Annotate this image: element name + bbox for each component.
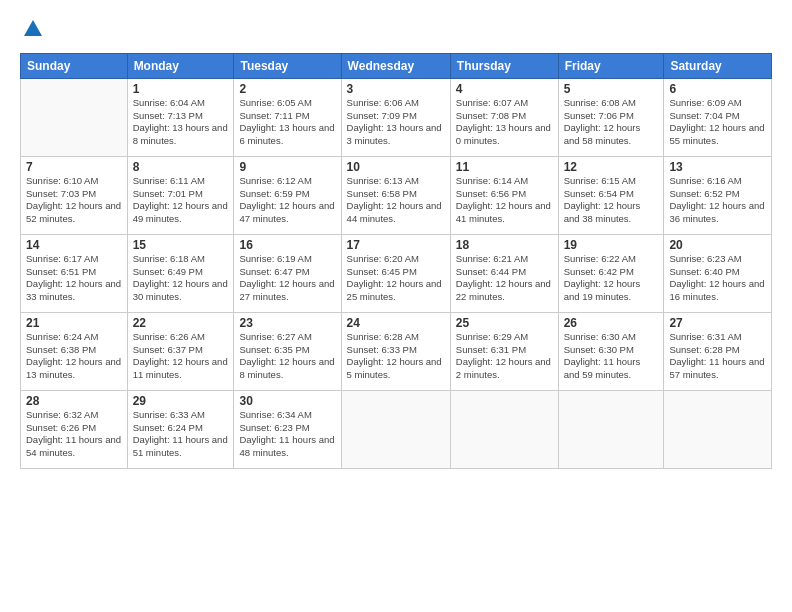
day-info: Sunrise: 6:30 AMSunset: 6:30 PMDaylight:… [564, 331, 659, 382]
calendar-cell: 24Sunrise: 6:28 AMSunset: 6:33 PMDayligh… [341, 312, 450, 390]
day-number: 9 [239, 160, 335, 174]
logo-icon [22, 18, 44, 40]
day-info: Sunrise: 6:24 AMSunset: 6:38 PMDaylight:… [26, 331, 122, 382]
calendar-cell: 23Sunrise: 6:27 AMSunset: 6:35 PMDayligh… [234, 312, 341, 390]
day-info: Sunrise: 6:09 AMSunset: 7:04 PMDaylight:… [669, 97, 766, 148]
day-number: 17 [347, 238, 445, 252]
calendar-cell: 9Sunrise: 6:12 AMSunset: 6:59 PMDaylight… [234, 156, 341, 234]
day-number: 23 [239, 316, 335, 330]
calendar-cell: 16Sunrise: 6:19 AMSunset: 6:47 PMDayligh… [234, 234, 341, 312]
day-number: 29 [133, 394, 229, 408]
day-info: Sunrise: 6:08 AMSunset: 7:06 PMDaylight:… [564, 97, 659, 148]
calendar-cell [664, 390, 772, 468]
day-number: 10 [347, 160, 445, 174]
day-info: Sunrise: 6:18 AMSunset: 6:49 PMDaylight:… [133, 253, 229, 304]
header [20, 18, 772, 45]
week-row-4: 21Sunrise: 6:24 AMSunset: 6:38 PMDayligh… [21, 312, 772, 390]
day-info: Sunrise: 6:14 AMSunset: 6:56 PMDaylight:… [456, 175, 553, 226]
calendar-cell: 29Sunrise: 6:33 AMSunset: 6:24 PMDayligh… [127, 390, 234, 468]
day-number: 13 [669, 160, 766, 174]
day-number: 15 [133, 238, 229, 252]
calendar-cell: 18Sunrise: 6:21 AMSunset: 6:44 PMDayligh… [450, 234, 558, 312]
calendar-cell: 13Sunrise: 6:16 AMSunset: 6:52 PMDayligh… [664, 156, 772, 234]
weekday-header-friday: Friday [558, 53, 664, 78]
week-row-3: 14Sunrise: 6:17 AMSunset: 6:51 PMDayligh… [21, 234, 772, 312]
week-row-1: 1Sunrise: 6:04 AMSunset: 7:13 PMDaylight… [21, 78, 772, 156]
calendar-cell: 28Sunrise: 6:32 AMSunset: 6:26 PMDayligh… [21, 390, 128, 468]
day-number: 8 [133, 160, 229, 174]
weekday-header-wednesday: Wednesday [341, 53, 450, 78]
day-info: Sunrise: 6:07 AMSunset: 7:08 PMDaylight:… [456, 97, 553, 148]
day-info: Sunrise: 6:34 AMSunset: 6:23 PMDaylight:… [239, 409, 335, 460]
day-info: Sunrise: 6:17 AMSunset: 6:51 PMDaylight:… [26, 253, 122, 304]
day-info: Sunrise: 6:19 AMSunset: 6:47 PMDaylight:… [239, 253, 335, 304]
day-info: Sunrise: 6:27 AMSunset: 6:35 PMDaylight:… [239, 331, 335, 382]
day-number: 16 [239, 238, 335, 252]
calendar-cell: 14Sunrise: 6:17 AMSunset: 6:51 PMDayligh… [21, 234, 128, 312]
day-number: 1 [133, 82, 229, 96]
weekday-header-tuesday: Tuesday [234, 53, 341, 78]
day-info: Sunrise: 6:11 AMSunset: 7:01 PMDaylight:… [133, 175, 229, 226]
day-number: 7 [26, 160, 122, 174]
day-number: 25 [456, 316, 553, 330]
day-info: Sunrise: 6:32 AMSunset: 6:26 PMDaylight:… [26, 409, 122, 460]
calendar-cell: 19Sunrise: 6:22 AMSunset: 6:42 PMDayligh… [558, 234, 664, 312]
calendar-cell: 30Sunrise: 6:34 AMSunset: 6:23 PMDayligh… [234, 390, 341, 468]
calendar-cell: 27Sunrise: 6:31 AMSunset: 6:28 PMDayligh… [664, 312, 772, 390]
day-info: Sunrise: 6:15 AMSunset: 6:54 PMDaylight:… [564, 175, 659, 226]
day-number: 11 [456, 160, 553, 174]
day-number: 26 [564, 316, 659, 330]
day-info: Sunrise: 6:12 AMSunset: 6:59 PMDaylight:… [239, 175, 335, 226]
weekday-header-sunday: Sunday [21, 53, 128, 78]
calendar-cell: 15Sunrise: 6:18 AMSunset: 6:49 PMDayligh… [127, 234, 234, 312]
logo [20, 18, 44, 45]
calendar-cell [558, 390, 664, 468]
day-number: 4 [456, 82, 553, 96]
day-info: Sunrise: 6:31 AMSunset: 6:28 PMDaylight:… [669, 331, 766, 382]
calendar: SundayMondayTuesdayWednesdayThursdayFrid… [20, 53, 772, 469]
day-number: 27 [669, 316, 766, 330]
calendar-cell [21, 78, 128, 156]
day-number: 3 [347, 82, 445, 96]
day-number: 24 [347, 316, 445, 330]
day-info: Sunrise: 6:10 AMSunset: 7:03 PMDaylight:… [26, 175, 122, 226]
calendar-cell: 10Sunrise: 6:13 AMSunset: 6:58 PMDayligh… [341, 156, 450, 234]
calendar-cell: 26Sunrise: 6:30 AMSunset: 6:30 PMDayligh… [558, 312, 664, 390]
page: SundayMondayTuesdayWednesdayThursdayFrid… [0, 0, 792, 612]
day-number: 14 [26, 238, 122, 252]
svg-marker-0 [24, 20, 42, 36]
day-info: Sunrise: 6:26 AMSunset: 6:37 PMDaylight:… [133, 331, 229, 382]
weekday-header-saturday: Saturday [664, 53, 772, 78]
day-number: 6 [669, 82, 766, 96]
calendar-cell: 21Sunrise: 6:24 AMSunset: 6:38 PMDayligh… [21, 312, 128, 390]
day-info: Sunrise: 6:22 AMSunset: 6:42 PMDaylight:… [564, 253, 659, 304]
day-info: Sunrise: 6:16 AMSunset: 6:52 PMDaylight:… [669, 175, 766, 226]
day-number: 21 [26, 316, 122, 330]
day-number: 30 [239, 394, 335, 408]
calendar-cell: 22Sunrise: 6:26 AMSunset: 6:37 PMDayligh… [127, 312, 234, 390]
day-info: Sunrise: 6:05 AMSunset: 7:11 PMDaylight:… [239, 97, 335, 148]
day-info: Sunrise: 6:20 AMSunset: 6:45 PMDaylight:… [347, 253, 445, 304]
day-number: 19 [564, 238, 659, 252]
calendar-cell: 7Sunrise: 6:10 AMSunset: 7:03 PMDaylight… [21, 156, 128, 234]
weekday-header-row: SundayMondayTuesdayWednesdayThursdayFrid… [21, 53, 772, 78]
day-info: Sunrise: 6:33 AMSunset: 6:24 PMDaylight:… [133, 409, 229, 460]
weekday-header-monday: Monday [127, 53, 234, 78]
calendar-cell: 17Sunrise: 6:20 AMSunset: 6:45 PMDayligh… [341, 234, 450, 312]
day-info: Sunrise: 6:28 AMSunset: 6:33 PMDaylight:… [347, 331, 445, 382]
weekday-header-thursday: Thursday [450, 53, 558, 78]
calendar-cell: 4Sunrise: 6:07 AMSunset: 7:08 PMDaylight… [450, 78, 558, 156]
calendar-cell: 2Sunrise: 6:05 AMSunset: 7:11 PMDaylight… [234, 78, 341, 156]
day-info: Sunrise: 6:06 AMSunset: 7:09 PMDaylight:… [347, 97, 445, 148]
day-number: 28 [26, 394, 122, 408]
day-number: 2 [239, 82, 335, 96]
calendar-cell: 8Sunrise: 6:11 AMSunset: 7:01 PMDaylight… [127, 156, 234, 234]
day-info: Sunrise: 6:21 AMSunset: 6:44 PMDaylight:… [456, 253, 553, 304]
day-number: 20 [669, 238, 766, 252]
calendar-cell: 1Sunrise: 6:04 AMSunset: 7:13 PMDaylight… [127, 78, 234, 156]
calendar-cell: 12Sunrise: 6:15 AMSunset: 6:54 PMDayligh… [558, 156, 664, 234]
day-number: 22 [133, 316, 229, 330]
calendar-cell: 20Sunrise: 6:23 AMSunset: 6:40 PMDayligh… [664, 234, 772, 312]
calendar-cell: 6Sunrise: 6:09 AMSunset: 7:04 PMDaylight… [664, 78, 772, 156]
calendar-cell: 25Sunrise: 6:29 AMSunset: 6:31 PMDayligh… [450, 312, 558, 390]
